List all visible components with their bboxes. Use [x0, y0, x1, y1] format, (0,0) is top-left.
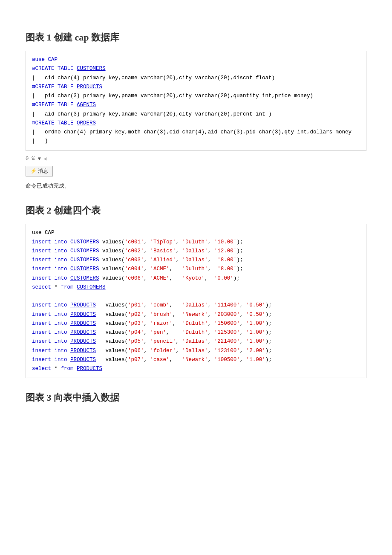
result-bar: 0 % ▼ ◁	[26, 155, 366, 163]
success-message: 命令已成功完成。	[26, 181, 366, 191]
section3-title: 图表 3 向表中插入数据	[26, 390, 366, 405]
section1-title: 图表 1 创建 cap 数据库	[26, 30, 366, 45]
messages-tab[interactable]: ⚡ 消息	[26, 166, 53, 176]
section2-title: 图表 2 创建四个表	[26, 203, 366, 218]
section2-code: use CAP insert into CUSTOMERS values('c0…	[26, 224, 366, 378]
section1-code: ⊟use CAP ⊟CREATE TABLE CUSTOMERS | cid c…	[26, 51, 366, 151]
result-percent: 0 % ▼ ◁	[26, 155, 47, 163]
